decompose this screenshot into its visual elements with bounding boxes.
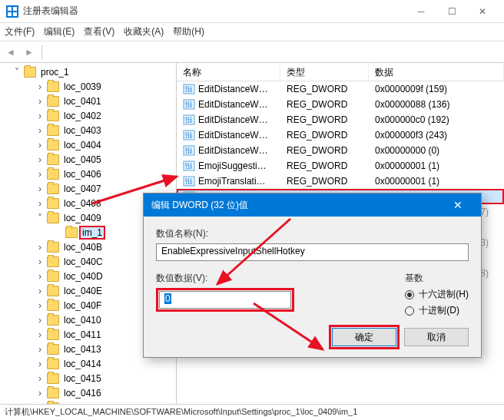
dword-icon: 011110 — [183, 160, 195, 172]
back-icon[interactable]: ◄ — [5, 46, 17, 58]
chevron-down-icon[interactable]: ˅ — [12, 67, 22, 78]
chevron-icon[interactable]: › — [35, 344, 45, 355]
chevron-icon[interactable]: › — [35, 388, 45, 399]
list-row[interactable]: 011110EditDistanceW…REG_DWORD0x000000c0 … — [177, 112, 504, 127]
tree-label: loc_040D — [61, 270, 105, 283]
tree-item[interactable]: ›loc_0039 — [0, 79, 176, 94]
dword-icon: 011110 — [183, 129, 195, 141]
folder-icon — [47, 81, 59, 92]
chevron-icon[interactable]: › — [35, 125, 45, 136]
list-header: 名称 类型 数据 — [177, 63, 504, 81]
maximize-button[interactable]: ☐ — [436, 1, 467, 22]
chevron-icon[interactable]: › — [35, 315, 45, 326]
tree-label: proc_1 — [38, 66, 71, 78]
row-type: REG_DWORD — [280, 114, 369, 125]
dialog-close-button[interactable]: ✕ — [443, 199, 473, 211]
tree-label: loc_0401 — [61, 95, 104, 107]
chevron-icon[interactable]: › — [35, 81, 45, 92]
cancel-button[interactable]: 取消 — [404, 328, 469, 346]
chevron-icon[interactable]: › — [35, 140, 45, 150]
chevron-icon[interactable]: › — [35, 169, 45, 180]
chevron-icon[interactable]: › — [35, 256, 45, 267]
row-data: 0x0000009f (159) — [369, 84, 504, 94]
tree-item[interactable]: ›loc_0403 — [0, 123, 176, 137]
value-name-input[interactable]: EnableExpressiveInputShellHotkey — [156, 243, 469, 261]
dialog-titlebar[interactable]: 编辑 DWORD (32 位)值 ✕ — [144, 193, 481, 217]
folder-icon — [47, 140, 59, 150]
folder-icon — [47, 96, 59, 107]
chevron-icon[interactable]: › — [35, 242, 45, 253]
row-name: EditDistanceW… — [198, 99, 280, 110]
tree-item[interactable]: ›loc_0402 — [0, 108, 176, 123]
chevron-icon[interactable]: › — [35, 271, 45, 282]
tree-label: loc_040C — [61, 256, 105, 268]
tree-label: loc_040F — [61, 299, 104, 312]
toolbar: ◄ ► — [0, 41, 504, 63]
list-row[interactable]: 011110EditDistanceW…REG_DWORD0x000000f3 … — [177, 127, 504, 143]
tree-label: loc_0406 — [61, 168, 104, 180]
folder-icon — [47, 169, 59, 180]
list-row[interactable]: 011110EmojiTranslati…REG_DWORD0x00000001… — [177, 174, 504, 189]
menu-help[interactable]: 帮助(H) — [173, 25, 204, 38]
row-name: EditDistanceW… — [198, 114, 280, 125]
list-row[interactable]: 011110EmojiSuggesti…REG_DWORD0x00000001 … — [177, 158, 504, 174]
dword-icon: 011110 — [183, 98, 195, 111]
list-row[interactable]: 011110EditDistanceW…REG_DWORD0x00000000 … — [177, 143, 504, 158]
chevron-icon[interactable]: › — [35, 96, 45, 107]
tree-item[interactable]: ›loc_0418 — [0, 400, 176, 404]
ok-button[interactable]: 确定 — [332, 328, 396, 346]
chevron-icon[interactable]: › — [35, 154, 45, 165]
svg-text:110: 110 — [185, 180, 192, 185]
column-name[interactable]: 名称 — [177, 63, 280, 81]
column-type[interactable]: 类型 — [280, 63, 369, 81]
tree-label: loc_0409 — [61, 212, 104, 224]
column-data[interactable]: 数据 — [369, 63, 504, 81]
folder-icon — [47, 154, 59, 165]
chevron-icon[interactable]: › — [35, 286, 45, 296]
folder-icon — [47, 388, 59, 399]
chevron-icon[interactable]: › — [35, 184, 45, 194]
tree-label: loc_0403 — [61, 124, 104, 137]
close-button[interactable]: ✕ — [467, 1, 498, 22]
tree-label: loc_0410 — [61, 314, 104, 326]
chevron-icon[interactable]: › — [35, 111, 45, 121]
minimize-button[interactable]: ─ — [406, 1, 436, 22]
tree-item[interactable]: ›loc_0415 — [0, 371, 176, 385]
value-data-input[interactable]: 0 — [159, 291, 291, 309]
tree-item[interactable]: ›loc_0414 — [0, 356, 176, 371]
row-name: EditDistanceW… — [198, 84, 280, 94]
tree-label: loc_0414 — [61, 358, 104, 370]
chevron-icon[interactable]: › — [35, 402, 45, 405]
radix-hex-option[interactable]: 十六进制(H) — [405, 288, 469, 301]
svg-rect-2 — [8, 12, 12, 16]
chevron-icon[interactable]: › — [35, 300, 45, 311]
chevron-icon[interactable]: › — [35, 329, 45, 340]
radix-label: 基数 — [405, 272, 469, 285]
folder-icon — [47, 315, 59, 326]
menu-view[interactable]: 查看(V) — [84, 25, 114, 38]
menu-file[interactable]: 文件(F) — [5, 25, 35, 38]
tree-root[interactable]: ˅ proc_1 — [0, 64, 176, 79]
tree-item[interactable]: ›loc_0401 — [0, 94, 176, 108]
status-path: 计算机\HKEY_LOCAL_MACHINE\SOFTWARE\Microsof… — [5, 407, 357, 416]
forward-icon[interactable]: ► — [23, 46, 35, 58]
list-row[interactable]: 011110EditDistanceW…REG_DWORD0x0000009f … — [177, 81, 504, 97]
tree-item[interactable]: ›loc_0406 — [0, 167, 176, 181]
menu-favorites[interactable]: 收藏夹(A) — [124, 25, 164, 38]
menu-edit[interactable]: 编辑(E) — [44, 25, 75, 38]
chevron-icon[interactable]: › — [35, 373, 45, 384]
radix-dec-option[interactable]: 十进制(D) — [405, 304, 469, 317]
value-name-label: 数值名称(N): — [156, 227, 469, 240]
tree-label: loc_0408 — [61, 197, 104, 210]
tree-item[interactable]: ›loc_0404 — [0, 137, 176, 152]
tree-item[interactable]: ›loc_0416 — [0, 385, 176, 400]
folder-icon — [47, 286, 59, 296]
chevron-icon[interactable]: › — [35, 198, 45, 209]
value-data-highlight: 0 — [156, 288, 294, 312]
tree-item[interactable]: ›loc_0405 — [0, 152, 176, 167]
list-row[interactable]: 011110EditDistanceW…REG_DWORD0x00000088 … — [177, 97, 504, 112]
folder-icon — [47, 300, 59, 311]
chevron-icon[interactable]: ˅ — [35, 213, 45, 223]
chevron-icon[interactable]: › — [35, 359, 45, 369]
svg-rect-0 — [8, 7, 12, 11]
